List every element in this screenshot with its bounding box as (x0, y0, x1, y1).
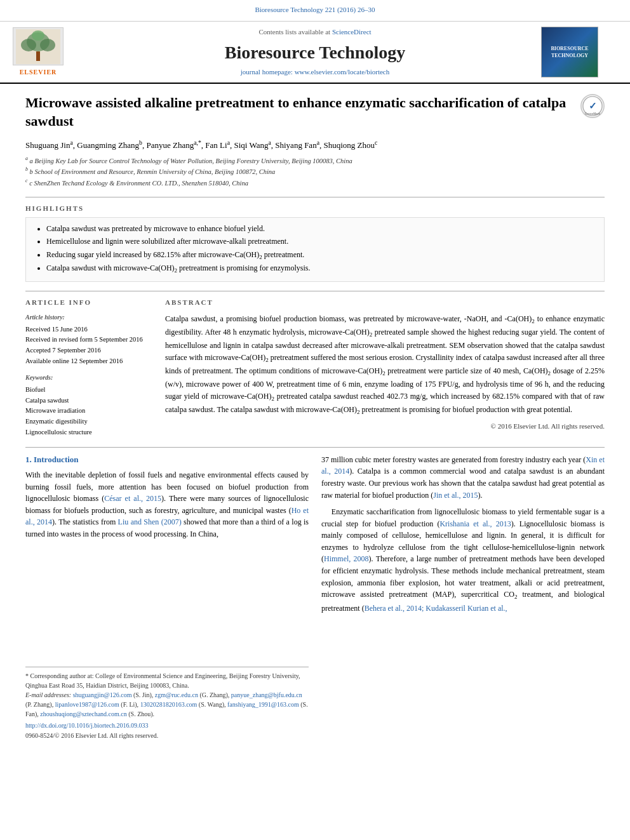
email-link-5[interactable]: 13020281820163.com (140, 701, 198, 708)
journal-homepage[interactable]: journal homepage: www.elsevier.com/locat… (89, 67, 541, 77)
highlights-list: Catalpa sawdust was pretreated by microw… (34, 223, 596, 276)
article-title: Microwave assisted alkaline pretreatment… (25, 94, 605, 130)
highlights-section: HIGHLIGHTS Catalpa sawdust was pretreate… (25, 204, 605, 282)
intro-right-col: 37 million cubic meter forestry wastes a… (321, 454, 605, 741)
svg-text:✓: ✓ (589, 100, 597, 111)
affiliation-b: b b School of Environment and Resource, … (25, 166, 605, 177)
elsevier-brand: ELSEVIER (20, 68, 57, 77)
issn-line: 0960-8524/© 2016 Elsevier Ltd. All right… (25, 731, 309, 740)
crossmark-badge: ✓ CrossMark (580, 94, 605, 118)
affiliation-a: a a Beijing Key Lab for Source Control T… (25, 155, 605, 166)
intro-paragraph-2: 37 million cubic meter forestry wastes a… (321, 454, 605, 501)
footnote-section: * Corresponding author at: College of En… (25, 667, 309, 740)
ref-jin[interactable]: Jin et al., 2015 (433, 491, 478, 500)
journal-cover-image: BIORESOURCE TECHNOLOGY (541, 27, 598, 77)
svg-point-3 (40, 39, 55, 51)
journal-header-center: Contents lists available at ScienceDirec… (89, 27, 541, 77)
section-1-heading: 1. Introduction (25, 454, 309, 465)
email-link-4[interactable]: lipanlove1987@126.com (55, 701, 119, 708)
svg-rect-4 (36, 51, 40, 61)
divider-3 (25, 447, 605, 448)
highlight-item: Catalpa sawdust with microwave-Ca(OH)2 p… (46, 262, 596, 276)
abstract-label: ABSTRACT (165, 298, 605, 307)
abstract-text: Catalpa sawdust, a promising biofuel pro… (165, 313, 605, 418)
affiliation-c: c c ShenZhen Techand Ecology & Environme… (25, 177, 605, 188)
divider-2 (25, 291, 605, 291)
accepted-date: Accepted 7 September 2016 (25, 345, 152, 356)
email-link-2[interactable]: zgm@ruc.edu.cn (155, 691, 198, 698)
ref-liu-shen[interactable]: Liu and Shen (2007) (118, 517, 182, 526)
highlight-item: Reducing sugar yield increased by 682.15… (46, 249, 596, 262)
email-link-6[interactable]: fanshiyang_1991@163.com (227, 701, 299, 708)
ref-behera[interactable]: Behera et al., 2014; Kudakasseril Kurian… (365, 604, 507, 613)
ref-krishania[interactable]: Krishania et al., 2013 (439, 519, 511, 528)
keyword-2: Catalpa sawdust (25, 396, 152, 406)
article-info-label: ARTICLE INFO (25, 298, 152, 307)
divider-1 (25, 197, 605, 197)
intro-paragraph-3: Enzymatic saccharification from lignocel… (321, 506, 605, 614)
ref-cesar[interactable]: César et al., 2015 (104, 494, 161, 503)
highlight-item: Hemicellulose and lignin were solubilize… (46, 236, 596, 248)
footnote-emails: E-mail addresses: shuguangjin@126.com (S… (25, 690, 309, 719)
ref-xin[interactable]: Xin et al., 2014 (321, 455, 605, 476)
sciencedirect-link[interactable]: ScienceDirect (332, 28, 372, 36)
keywords-label: Keywords: (25, 373, 152, 382)
affiliations: a a Beijing Key Lab for Source Control T… (25, 155, 605, 188)
article-info-column: ARTICLE INFO Article history: Received 1… (25, 298, 152, 438)
elsevier-tree-image (13, 27, 64, 65)
intro-left-col: 1. Introduction With the inevitable depl… (25, 454, 309, 741)
email-link-1[interactable]: shuguangjin@126.com (73, 691, 132, 698)
received-revised-date: Received in revised form 5 September 201… (25, 335, 152, 345)
email-link-3[interactable]: panyue_zhang@bjfu.edu.cn (231, 691, 302, 698)
keyword-4: Enzymatic digestibility (25, 417, 152, 427)
article-info-abstract: ARTICLE INFO Article history: Received 1… (25, 298, 605, 438)
copyright-line: © 2016 Elsevier Ltd. All rights reserved… (165, 422, 605, 431)
keyword-3: Microwave irradiation (25, 406, 152, 417)
highlights-box: Catalpa sawdust was pretreated by microw… (25, 217, 605, 282)
footnote-corresponding: * Corresponding author at: College of En… (25, 671, 309, 690)
journal-cover-area: BIORESOURCE TECHNOLOGY (541, 27, 617, 77)
elsevier-logo-area: ELSEVIER (13, 27, 89, 77)
svg-text:CrossMark: CrossMark (585, 113, 601, 116)
authors-line: Shuguang Jina, Guangming Zhangb, Panyue … (25, 138, 605, 152)
highlight-item: Catalpa sawdust was pretreated by microw… (46, 223, 596, 235)
sciencedirect-line: Contents lists available at ScienceDirec… (89, 27, 541, 37)
introduction-section: 1. Introduction With the inevitable depl… (25, 454, 605, 741)
ref-himmel[interactable]: Himmel, 2008 (324, 554, 369, 563)
doi-link[interactable]: http://dx.doi.org/10.1016/j.biortech.201… (25, 721, 309, 730)
email-link-7[interactable]: zhoushuqiong@sztechand.com.cn (40, 710, 126, 717)
highlights-label: HIGHLIGHTS (25, 204, 605, 213)
svg-point-2 (21, 39, 36, 51)
footnotes-area: * Corresponding author at: College of En… (25, 667, 309, 740)
intro-paragraph-1: With the inevitable depletion of fossil … (25, 469, 309, 540)
keywords-section: Keywords: Biofuel Catalpa sawdust Microw… (25, 373, 152, 438)
journal-citation: Bioresource Technology 221 (2016) 26–30 (0, 5, 630, 15)
intro-two-col: 1. Introduction With the inevitable depl… (25, 454, 605, 741)
history-label: Article history: (25, 313, 152, 322)
svg-point-5 (32, 30, 44, 41)
keyword-1: Biofuel (25, 385, 152, 396)
available-online-date: Available online 12 September 2016 (25, 356, 152, 367)
received-date: Received 15 June 2016 (25, 324, 152, 335)
journal-title: Bioresource Technology (89, 40, 541, 65)
abstract-column: ABSTRACT Catalpa sawdust, a promising bi… (165, 298, 605, 438)
keyword-5: Lignocellulosic structure (25, 427, 152, 438)
